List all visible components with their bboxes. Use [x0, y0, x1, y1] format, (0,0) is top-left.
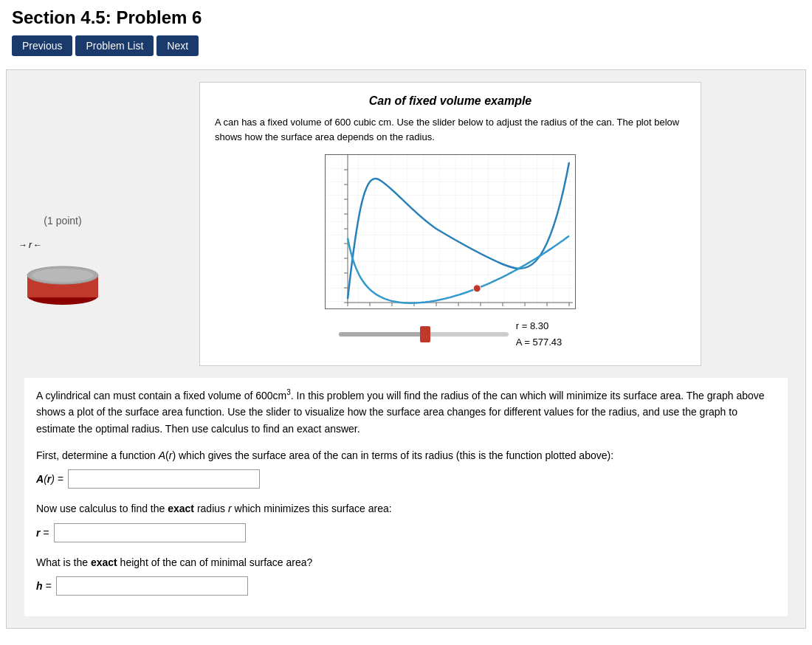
graph-container: // Draw the surface area curve in the SV… — [325, 154, 576, 309]
q1-label: A(r) = — [36, 473, 63, 485]
nav-buttons: Previous Problem List Next — [12, 35, 800, 56]
left-column: (1 point) → r ← — [18, 82, 107, 307]
point-label: (1 point) — [44, 215, 81, 227]
can-illustration: → r ← — [18, 240, 107, 307]
radius-arrow: → r ← — [18, 240, 107, 250]
q2-input[interactable] — [54, 523, 246, 542]
can-svg — [18, 253, 107, 305]
page-title: Section 4.5: Problem 6 — [12, 7, 800, 28]
q3-input-row: h = — [36, 576, 776, 596]
page-header: Section 4.5: Problem 6 Previous Problem … — [0, 0, 812, 69]
q3-input[interactable] — [56, 576, 248, 596]
q3-question: What is the exact height of the can of m… — [36, 554, 776, 570]
current-point-dot — [473, 285, 481, 292]
slider-values: r = 8.30 A = 577.43 — [516, 318, 562, 351]
a-value: A = 577.43 — [516, 334, 562, 351]
graph-svg — [326, 155, 576, 309]
next-button[interactable]: Next — [156, 35, 199, 56]
q1-input[interactable] — [68, 469, 260, 489]
problem-list-button[interactable]: Problem List — [75, 35, 154, 56]
slider-row: r = 8.30 A = 577.43 — [215, 318, 686, 351]
r-value: r = 8.30 — [516, 318, 562, 334]
previous-button[interactable]: Previous — [12, 35, 72, 56]
demo-box-wrapper: Can of fixed volume example A can has a … — [107, 82, 794, 378]
svg-point-3 — [32, 269, 94, 282]
content-area: (1 point) → r ← — [6, 69, 806, 629]
q2-input-row: r = — [36, 523, 776, 542]
slider-track — [339, 332, 509, 337]
interactive-demo: Can of fixed volume example A can has a … — [199, 82, 701, 366]
problem-body: A cylindrical can must contain a fixed v… — [24, 378, 788, 616]
slider-thumb[interactable] — [420, 326, 430, 342]
q3-label: h = — [36, 580, 52, 592]
demo-title: Can of fixed volume example — [215, 94, 686, 108]
svg-rect-5 — [326, 155, 576, 309]
graph-wrapper: // Draw the surface area curve in the SV… — [215, 154, 686, 309]
problem-intro: A cylindrical can must contain a fixed v… — [36, 387, 776, 437]
q2-question: Now use calculus to find the exact radiu… — [36, 500, 776, 517]
slider-fill — [339, 332, 424, 337]
demo-description: A can has a fixed volume of 600 cubic cm… — [215, 115, 686, 144]
q1-question: First, determine a function A(r) which g… — [36, 447, 776, 463]
q2-label: r = — [36, 527, 49, 539]
q1-input-row: A(r) = — [36, 469, 776, 489]
